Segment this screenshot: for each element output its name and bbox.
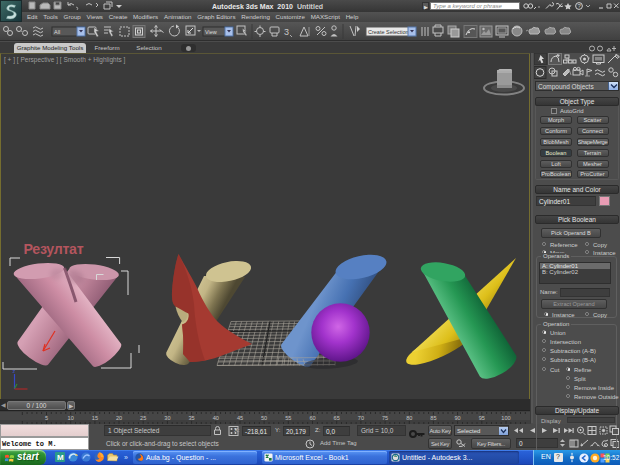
svg-text:M: M — [57, 453, 64, 462]
svg-text:95: 95 — [479, 415, 485, 421]
svg-text:30: 30 — [164, 415, 170, 421]
svg-text:3: 3 — [284, 27, 289, 37]
svg-text:25: 25 — [140, 415, 146, 421]
svg-text:60: 60 — [309, 415, 315, 421]
svg-text:40: 40 — [213, 415, 219, 421]
svg-text:65: 65 — [334, 415, 340, 421]
svg-text:5: 5 — [45, 415, 48, 421]
svg-text:All: All — [54, 29, 60, 35]
svg-text:15: 15 — [92, 415, 98, 421]
svg-text:20: 20 — [116, 415, 122, 421]
svg-text:85: 85 — [430, 415, 436, 421]
svg-text:80: 80 — [406, 415, 412, 421]
svg-text:z: z — [13, 368, 16, 374]
svg-text:50: 50 — [261, 415, 267, 421]
svg-text:90: 90 — [454, 415, 460, 421]
svg-text:45: 45 — [237, 415, 243, 421]
svg-text:10: 10 — [68, 415, 74, 421]
svg-text:Create Selection S: Create Selection S — [368, 29, 414, 35]
svg-text:75: 75 — [382, 415, 388, 421]
svg-text:Резултат: Резултат — [24, 241, 84, 257]
svg-text:55: 55 — [285, 415, 291, 421]
svg-text:35: 35 — [188, 415, 194, 421]
svg-text:View: View — [205, 29, 217, 35]
svg-text:70: 70 — [358, 415, 364, 421]
svg-text:100: 100 — [501, 415, 510, 421]
